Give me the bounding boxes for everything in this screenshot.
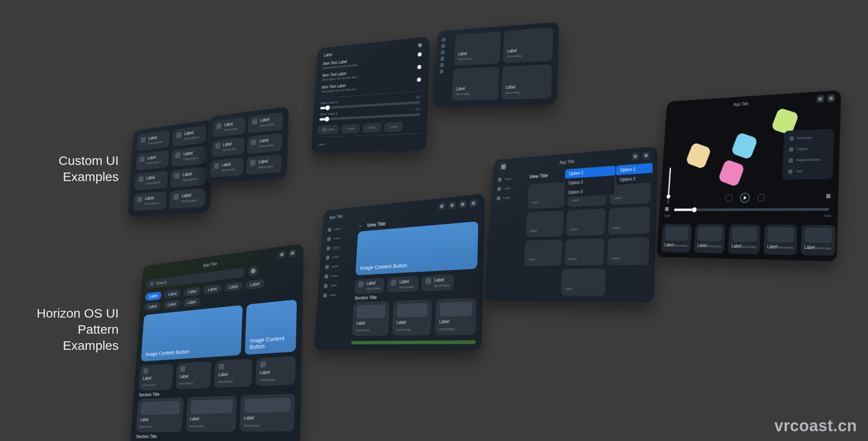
card[interactable]: LabelSecondary (434, 298, 476, 335)
big-tile[interactable]: LabelSecondary (503, 28, 553, 63)
sidebar-item[interactable]: Label (327, 224, 355, 234)
rewind-button[interactable] (725, 194, 732, 202)
image-content-button[interactable]: Image Content Button (245, 299, 297, 355)
media-card[interactable]: LabelSecondary (801, 225, 836, 256)
card[interactable]: LabelSecondary (139, 363, 173, 391)
volume-icon[interactable] (665, 207, 669, 211)
card[interactable]: LabelSecondary (392, 299, 432, 335)
grid-tile[interactable]: Label (526, 210, 564, 237)
grid-tile[interactable]: Label (609, 176, 651, 205)
tile[interactable]: LabelSecondary (210, 158, 244, 178)
fullscreen-button[interactable] (826, 194, 831, 198)
play-button[interactable] (740, 193, 750, 203)
scrubber[interactable] (674, 208, 829, 211)
filter-pill[interactable]: Label (183, 297, 200, 307)
avatar-button[interactable] (248, 265, 259, 277)
nav-icon[interactable] (441, 44, 445, 48)
bottom-tab[interactable]: Label (362, 123, 381, 133)
grid-tile[interactable]: Label (607, 237, 649, 265)
forward-button[interactable] (757, 194, 765, 201)
share-button[interactable] (448, 201, 456, 209)
card[interactable]: LabelSecondary (175, 361, 211, 390)
big-tile[interactable]: LabelSecondary (453, 31, 501, 66)
close-button[interactable] (470, 199, 477, 207)
sidebar-item[interactable]: Label (324, 271, 352, 280)
tile[interactable]: LabelDescription (134, 170, 168, 190)
tile[interactable]: LabelDescription (170, 167, 206, 187)
sidebar-item[interactable]: Label (323, 291, 351, 299)
close-button[interactable] (642, 151, 650, 159)
menu-cast[interactable]: Cast (785, 166, 831, 176)
bottom-tab[interactable]: Label (384, 122, 403, 132)
sidebar-item[interactable]: Label (496, 193, 525, 202)
filter-pill[interactable]: Label (224, 282, 243, 292)
tile[interactable]: LabelSecondary (247, 133, 283, 154)
tile[interactable]: LabelDescription (137, 130, 170, 151)
filter-pill[interactable]: Label (245, 279, 264, 290)
nav-icon[interactable] (440, 63, 444, 67)
menu-caption[interactable]: Caption (786, 143, 831, 154)
dropdown-title[interactable]: Title ▾ (603, 165, 626, 176)
sidebar-item[interactable]: Label (324, 262, 353, 271)
grid-tile[interactable]: Label (566, 209, 606, 236)
filter-pill[interactable]: Label (184, 287, 201, 297)
media-card[interactable]: LabelSecondary (694, 224, 726, 254)
radio-dot[interactable] (417, 78, 421, 82)
media-card[interactable]: LabelSecondary (728, 224, 761, 254)
star-button[interactable] (438, 202, 445, 210)
dropdown-title[interactable]: Title ▾ (629, 164, 651, 175)
chip[interactable]: LabelSecondary (354, 278, 384, 294)
bottom-tab[interactable]: Label (342, 124, 360, 134)
card[interactable]: LabelSecondary (136, 397, 184, 432)
chip[interactable]: LabelSecondary (387, 276, 419, 293)
minimize-button[interactable] (816, 95, 824, 103)
tile[interactable]: LabelDescription (133, 191, 167, 211)
media-card[interactable]: LabelSecondary (661, 224, 692, 252)
radio-dot[interactable] (417, 52, 422, 57)
card[interactable]: LabelSecondary (352, 301, 390, 336)
grid-tile[interactable]: Label (527, 182, 565, 209)
minimize-button[interactable] (632, 152, 639, 160)
tile[interactable]: LabelSecondary (211, 137, 245, 157)
menu-download[interactable]: Download (786, 132, 832, 143)
nav-icon[interactable] (441, 50, 445, 55)
grid-tile[interactable]: Label (524, 240, 562, 266)
filter-pill[interactable]: Label (145, 291, 161, 301)
nav-icon[interactable] (440, 57, 444, 61)
tile[interactable]: LabelSecondary (212, 117, 245, 137)
media-card[interactable]: LabelSecondary (764, 225, 798, 255)
filter-pill[interactable]: Label (145, 301, 161, 311)
big-tile[interactable]: LabelSecondary (451, 67, 499, 100)
nav-icon[interactable] (442, 38, 445, 42)
sidebar-item[interactable]: Label (326, 243, 353, 252)
tile[interactable]: LabelSecondary (246, 154, 282, 175)
minimize-button[interactable] (459, 200, 467, 208)
menu-button[interactable] (499, 162, 507, 171)
close-button[interactable] (827, 94, 835, 102)
back-button[interactable]: ← (358, 223, 364, 229)
grid-tile[interactable]: Label (608, 207, 650, 235)
image-content-button[interactable]: Image Content Button (141, 305, 242, 361)
grid-tile[interactable]: Label (561, 269, 606, 296)
menu-speed[interactable]: Playback Speed (785, 155, 831, 165)
sidebar-item[interactable]: Label (496, 184, 525, 193)
bottom-tab[interactable]: Label (317, 125, 339, 134)
card[interactable]: LabelSecondary (255, 356, 295, 386)
tile[interactable]: LabelDescription (136, 150, 169, 170)
card[interactable]: LabelSecondary (239, 394, 295, 432)
filter-pill[interactable]: Label (203, 284, 222, 295)
volume-slider[interactable] (667, 167, 671, 204)
sidebar-item[interactable]: Label (325, 252, 353, 261)
card[interactable]: LabelSecondary (214, 359, 252, 388)
info-icon[interactable] (418, 43, 422, 47)
sidebar-item[interactable]: Label (323, 281, 351, 290)
grid-tile[interactable]: Label (564, 238, 604, 265)
close-button[interactable] (289, 249, 296, 257)
card[interactable]: LabelSecondary (186, 396, 237, 432)
tile[interactable]: LabelDescription (171, 146, 207, 167)
big-tile[interactable]: LabelSecondary (501, 64, 552, 99)
sidebar-item[interactable]: Label (497, 174, 526, 183)
nav-icon[interactable] (440, 70, 443, 74)
filter-pill[interactable]: Label (163, 299, 180, 309)
sidebar-item[interactable]: Label (326, 234, 354, 243)
